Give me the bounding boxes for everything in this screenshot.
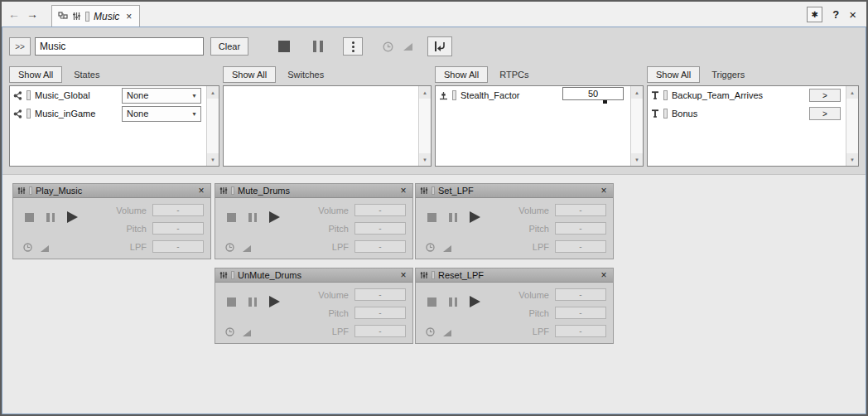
pitch-field[interactable]: - bbox=[555, 222, 606, 235]
play-button[interactable] bbox=[470, 296, 480, 307]
volume-field[interactable]: - bbox=[152, 204, 204, 216]
fade-icon[interactable] bbox=[443, 245, 451, 252]
pitch-field[interactable]: - bbox=[354, 307, 406, 319]
session-name-input[interactable] bbox=[35, 37, 204, 56]
scroll-down-icon[interactable]: ▼ bbox=[846, 153, 858, 166]
trigger-row[interactable]: Bonus > bbox=[648, 104, 846, 123]
module-mute-drums[interactable]: Mute_Drums × bbox=[215, 183, 413, 259]
module-titlebar[interactable]: Reset_LPF × bbox=[416, 268, 613, 283]
module-titlebar[interactable]: UnMute_Drums × bbox=[215, 268, 412, 283]
play-button[interactable] bbox=[67, 211, 78, 223]
reset-all-button[interactable] bbox=[427, 36, 452, 56]
module-set-lpf[interactable]: Set_LPF × Vo bbox=[415, 183, 614, 259]
post-trigger-button[interactable]: > bbox=[809, 107, 841, 120]
scroll-up-icon[interactable]: ▲ bbox=[846, 86, 858, 99]
lpf-field[interactable]: - bbox=[555, 240, 606, 253]
rtpc-value-field[interactable]: 50 bbox=[562, 87, 624, 100]
forward-arrow-icon[interactable]: → bbox=[27, 7, 38, 21]
play-button[interactable] bbox=[470, 211, 480, 223]
module-titlebar[interactable]: Mute_Drums × bbox=[215, 184, 412, 198]
pause-button[interactable] bbox=[46, 213, 55, 222]
timer-icon[interactable] bbox=[383, 41, 393, 52]
switches-scrollbar[interactable]: ▲ ▼ bbox=[418, 86, 431, 166]
scroll-down-icon[interactable]: ▼ bbox=[207, 153, 219, 166]
stop-button[interactable] bbox=[25, 213, 34, 222]
pause-all-button[interactable] bbox=[313, 41, 323, 52]
module-reset-lpf[interactable]: Reset_LPF × bbox=[415, 268, 614, 344]
module-unmute-drums[interactable]: UnMute_Drums × bbox=[215, 268, 413, 344]
pause-button[interactable] bbox=[449, 297, 457, 307]
timer-icon[interactable] bbox=[225, 327, 234, 336]
module-close-icon[interactable]: × bbox=[398, 185, 408, 196]
trigger-row[interactable]: Backup_Team_Arrives > bbox=[648, 86, 846, 104]
rtpc-slider-thumb[interactable] bbox=[603, 100, 607, 104]
module-close-icon[interactable]: × bbox=[599, 269, 609, 281]
pause-button[interactable] bbox=[248, 297, 257, 307]
lpf-field[interactable]: - bbox=[354, 240, 406, 253]
scroll-down-icon[interactable]: ▼ bbox=[631, 153, 643, 166]
module-titlebar[interactable]: Set_LPF × bbox=[416, 184, 613, 198]
states-show-all-button[interactable]: Show All bbox=[9, 66, 62, 83]
lpf-field[interactable]: - bbox=[555, 325, 606, 337]
switches-show-all-button[interactable]: Show All bbox=[223, 66, 276, 83]
pitch-field[interactable]: - bbox=[152, 222, 204, 235]
pitch-field[interactable]: - bbox=[555, 307, 606, 319]
module-close-icon[interactable]: × bbox=[599, 185, 609, 196]
timer-icon[interactable] bbox=[23, 243, 32, 252]
scroll-up-icon[interactable]: ▲ bbox=[419, 86, 431, 99]
scroll-down-icon[interactable]: ▼ bbox=[419, 153, 431, 166]
tab-music[interactable]: Music × bbox=[51, 5, 140, 27]
expand-selector-button[interactable]: >> bbox=[9, 37, 31, 56]
rtpc-value-widget[interactable]: 50 bbox=[562, 87, 624, 104]
rtpcs-scrollbar[interactable]: ▲ ▼ bbox=[630, 86, 643, 166]
scroll-up-icon[interactable]: ▲ bbox=[207, 86, 219, 99]
volume-field[interactable]: - bbox=[354, 288, 406, 301]
stop-button[interactable] bbox=[227, 297, 236, 307]
fade-icon[interactable] bbox=[243, 245, 251, 252]
volume-field[interactable]: - bbox=[555, 204, 606, 216]
help-icon[interactable]: ? bbox=[832, 8, 839, 21]
play-button[interactable] bbox=[269, 296, 280, 307]
stop-button[interactable] bbox=[427, 297, 436, 307]
triggers-show-all-button[interactable]: Show All bbox=[647, 66, 700, 83]
tab-close-icon[interactable]: × bbox=[126, 11, 132, 22]
lpf-field[interactable]: - bbox=[152, 240, 204, 253]
module-close-icon[interactable]: × bbox=[398, 269, 408, 281]
stop-button[interactable] bbox=[227, 213, 236, 222]
fade-icon[interactable] bbox=[443, 330, 451, 336]
module-close-icon[interactable]: × bbox=[196, 185, 206, 196]
fade-icon[interactable] bbox=[403, 43, 412, 51]
scroll-up-icon[interactable]: ▲ bbox=[631, 86, 643, 99]
play-button[interactable] bbox=[269, 211, 280, 223]
pause-button[interactable] bbox=[449, 213, 457, 222]
rtpcs-show-all-button[interactable]: Show All bbox=[435, 66, 488, 83]
state-dropdown[interactable]: None ▾ bbox=[122, 106, 201, 122]
volume-field[interactable]: - bbox=[555, 288, 606, 301]
volume-field[interactable]: - bbox=[354, 204, 406, 216]
post-trigger-button[interactable]: > bbox=[809, 89, 841, 102]
stop-all-button[interactable] bbox=[278, 41, 290, 52]
more-options-button[interactable] bbox=[343, 37, 363, 56]
rtpc-slider[interactable] bbox=[562, 100, 624, 104]
state-row[interactable]: Music_inGame None ▾ bbox=[10, 104, 206, 123]
timer-icon[interactable] bbox=[426, 243, 435, 252]
clear-button[interactable]: Clear bbox=[210, 37, 248, 56]
fade-icon[interactable] bbox=[243, 330, 251, 336]
triggers-scrollbar[interactable]: ▲ ▼ bbox=[846, 86, 858, 166]
rtpc-row[interactable]: Stealth_Factor 50 bbox=[436, 86, 630, 104]
states-scrollbar[interactable]: ▲ ▼ bbox=[206, 86, 219, 166]
module-play-music[interactable]: Play_Music × bbox=[12, 183, 211, 259]
back-arrow-icon[interactable]: ← bbox=[8, 7, 20, 21]
pause-button[interactable] bbox=[248, 213, 257, 222]
lpf-field[interactable]: - bbox=[354, 325, 406, 337]
window-close-icon[interactable]: × bbox=[849, 7, 856, 22]
state-dropdown[interactable]: None ▾ bbox=[122, 88, 201, 104]
module-titlebar[interactable]: Play_Music × bbox=[13, 184, 210, 198]
state-row[interactable]: Music_Global None ▾ bbox=[10, 86, 206, 104]
stop-button[interactable] bbox=[427, 213, 436, 222]
timer-icon[interactable] bbox=[225, 243, 234, 252]
fade-icon[interactable] bbox=[41, 245, 49, 252]
pitch-field[interactable]: - bbox=[354, 222, 406, 235]
timer-icon[interactable] bbox=[426, 327, 435, 336]
pin-button[interactable]: ✱ bbox=[807, 7, 822, 22]
